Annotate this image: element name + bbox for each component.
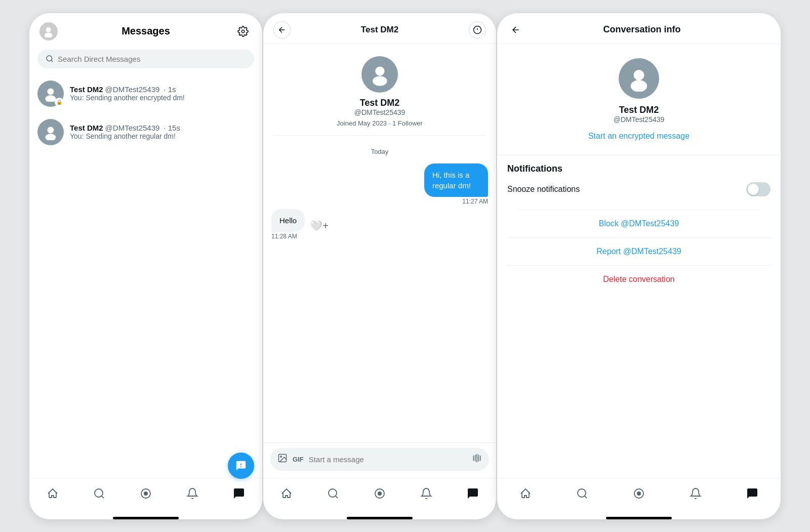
notifications-title: Notifications — [507, 163, 771, 174]
dm-handle-1: @DMTest25439 — [105, 85, 160, 94]
middle-panel: Test DM2 Test DM2 @DMTest25439 Joined Ma… — [263, 13, 496, 519]
left-header: Messages — [29, 13, 262, 46]
block-link[interactable]: Block @DMTest25439 — [507, 210, 771, 238]
nav-search-left[interactable] — [90, 484, 108, 503]
svg-point-1 — [45, 32, 52, 37]
message-input[interactable] — [309, 455, 467, 464]
image-icon[interactable] — [277, 453, 288, 466]
svg-point-2 — [241, 30, 245, 33]
right-header: Conversation info — [497, 13, 781, 44]
nav-messages-left[interactable] — [230, 484, 248, 503]
search-bar[interactable] — [37, 50, 254, 68]
home-indicator-right — [606, 517, 672, 519]
right-panel: Conversation info Test DM2 @DMTest25439 … — [497, 13, 781, 519]
svg-point-0 — [46, 27, 51, 32]
delete-conversation-link[interactable]: Delete conversation — [507, 266, 771, 293]
conv-name: Test DM2 — [360, 98, 400, 108]
middle-header: Test DM2 — [263, 13, 496, 44]
message-sent: Hi, this is a regular dm! 11:27 AM — [271, 163, 488, 205]
svg-line-32 — [585, 496, 587, 498]
voice-icon[interactable] — [472, 453, 482, 466]
nav-spaces-middle[interactable] — [371, 484, 389, 503]
home-indicator-middle — [347, 517, 413, 519]
conv-avatar — [361, 56, 398, 93]
right-handle: @DMTest25439 — [614, 115, 665, 124]
gif-icon[interactable]: GIF — [293, 456, 304, 463]
report-link[interactable]: Report @DMTest25439 — [507, 238, 771, 266]
conv-handle: @DMTest25439 — [354, 108, 406, 116]
settings-button[interactable] — [234, 22, 252, 40]
svg-point-33 — [637, 492, 641, 496]
conversation-title: Test DM2 — [361, 25, 398, 35]
conv-meta: Joined May 2023 · 1 Follower — [337, 119, 423, 127]
search-input[interactable] — [58, 55, 246, 63]
svg-point-3 — [47, 56, 52, 61]
nav-notifications-right[interactable] — [686, 484, 705, 503]
nav-notifications-middle[interactable] — [417, 484, 435, 503]
dm-handle-2: @DMTest25439 — [105, 124, 160, 132]
svg-point-25 — [329, 489, 337, 497]
search-icon — [46, 55, 54, 63]
notifications-section: Notifications Snooze notifications — [497, 155, 781, 204]
dm-list: 🔒 Test DM2 @DMTest25439 · 1s You: Sendin… — [29, 74, 262, 478]
dm-item-encrypted[interactable]: 🔒 Test DM2 @DMTest25439 · 1s You: Sendin… — [29, 74, 262, 113]
left-panel: Messages — [29, 13, 262, 519]
dm-name-2: Test DM2 — [70, 124, 103, 132]
dm-info-2: Test DM2 @DMTest25439 · 15s You: Sending… — [70, 124, 254, 140]
nav-messages-right[interactable] — [743, 484, 761, 503]
svg-point-27 — [378, 492, 382, 496]
svg-point-9 — [95, 489, 103, 497]
nav-spaces-left[interactable] — [137, 484, 155, 503]
nav-home-right[interactable] — [516, 484, 535, 503]
svg-line-10 — [102, 496, 104, 498]
react-button[interactable]: 🤍+ — [310, 220, 329, 232]
svg-point-17 — [373, 76, 387, 86]
dm-item-regular[interactable]: Test DM2 @DMTest25439 · 15s You: Sending… — [29, 113, 262, 151]
nav-search-middle[interactable] — [324, 484, 342, 503]
nav-spaces-right[interactable] — [630, 484, 648, 503]
svg-point-8 — [46, 134, 56, 141]
messages-area: Today Hi, this is a regular dm! 11:27 AM… — [263, 136, 496, 442]
received-time: 11:28 AM — [271, 233, 297, 240]
back-button-right[interactable] — [507, 21, 524, 38]
nav-search-right[interactable] — [573, 484, 591, 503]
right-bottom-nav — [497, 478, 781, 517]
user-avatar[interactable] — [39, 22, 58, 40]
dm-info-1: Test DM2 @DMTest25439 · 1s You: Sending … — [70, 85, 254, 102]
info-button[interactable] — [469, 21, 486, 38]
messages-title: Messages — [58, 25, 234, 37]
conversation-info-title: Conversation info — [531, 24, 753, 35]
nav-home-middle[interactable] — [277, 484, 296, 503]
new-dm-button[interactable] — [228, 453, 254, 479]
lock-icon: 🔒 — [55, 98, 64, 107]
nav-notifications-left[interactable] — [183, 484, 201, 503]
svg-point-29 — [634, 70, 644, 80]
dm-time-2: · 15s — [164, 124, 180, 132]
dm-preview-2: You: Sending another regular dm! — [70, 132, 254, 140]
dm-preview-1: You: Sending another encrypted dm! — [70, 94, 254, 102]
svg-line-26 — [336, 496, 338, 498]
bubble-received: Hello — [271, 209, 305, 232]
home-indicator-left — [113, 517, 179, 519]
snooze-toggle[interactable] — [746, 182, 771, 196]
actions-section: Block @DMTest25439 Report @DMTest25439 D… — [497, 204, 781, 298]
input-inner[interactable]: GIF — [270, 448, 489, 471]
message-received: Hello 🤍+ 11:28 AM — [271, 209, 488, 240]
conversation-profile: Test DM2 @DMTest25439 Joined May 2023 · … — [263, 44, 496, 135]
nav-messages-middle[interactable] — [464, 484, 482, 503]
svg-point-30 — [631, 80, 647, 92]
left-bottom-nav — [29, 478, 262, 517]
nav-home-left[interactable] — [44, 484, 62, 503]
svg-point-16 — [375, 67, 384, 76]
svg-point-5 — [47, 88, 54, 95]
right-profile: Test DM2 @DMTest25439 Start an encrypted… — [497, 44, 781, 155]
sent-meta: Hi, this is a regular dm! 11:27 AM — [394, 163, 488, 205]
sent-time: 11:27 AM — [462, 198, 488, 205]
snooze-row: Snooze notifications — [507, 182, 771, 196]
back-button-middle[interactable] — [273, 21, 291, 38]
svg-point-11 — [144, 492, 148, 496]
middle-bottom-nav — [263, 478, 496, 517]
encrypted-message-link[interactable]: Start an encrypted message — [588, 132, 690, 141]
dm-avatar-1: 🔒 — [37, 80, 64, 107]
svg-point-19 — [280, 456, 282, 457]
